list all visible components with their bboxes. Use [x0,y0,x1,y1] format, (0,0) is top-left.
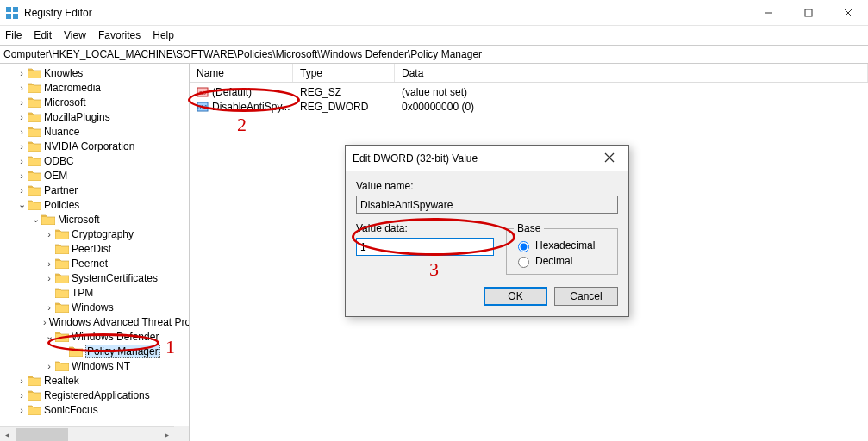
folder-icon [28,389,41,401]
chevron-right-icon[interactable]: › [16,97,28,108]
value-name: (Default) [212,86,252,98]
tree-hscrollbar[interactable]: ◂ ▸ [0,426,174,441]
menu-edit[interactable]: Edit [34,29,52,41]
chevron-right-icon[interactable]: › [16,390,28,401]
column-data[interactable]: Data [395,64,868,82]
tree-item[interactable]: ›ODBC [2,153,189,168]
tree-item-label: Policy Manager [85,345,160,358]
tree-item[interactable]: ⌄Windows Defender [2,329,189,344]
tree-item[interactable]: ›Peernet [2,256,189,270]
tree-item[interactable]: ›Knowles [2,65,189,80]
base-fieldset: Base Hexadecimal Decimal [506,222,618,275]
tree-item-label: Policies [44,199,79,211]
minimize-button[interactable] [749,0,789,25]
chevron-right-icon[interactable]: › [16,127,28,137]
chevron-right-icon[interactable]: › [43,361,55,371]
tree-item-label: Macromedia [44,82,101,94]
tree-item[interactable]: ›Nuance [2,124,189,139]
cancel-button[interactable]: Cancel [554,287,618,306]
scroll-thumb[interactable] [16,428,68,441]
tree-item-label: Windows NT [72,360,130,372]
dword-value-icon: 011 [197,101,209,113]
svg-rect-3 [13,14,18,19]
folder-icon [55,331,69,342]
svg-text:011: 011 [197,104,208,110]
tree-item-label: PeerDist [72,243,111,255]
menu-view[interactable]: View [64,29,86,41]
close-button[interactable] [828,0,868,25]
tree-item[interactable]: ·TPM [2,285,189,300]
scroll-corner [174,426,189,441]
tree-item[interactable]: ›SonicFocus [2,402,189,417]
tree-item[interactable]: ›Cryptography [2,227,189,241]
tree-item[interactable]: ›Partner [2,183,189,197]
chevron-right-icon[interactable]: › [16,112,28,122]
chevron-right-icon[interactable]: › [16,141,28,152]
chevron-down-icon[interactable]: ⌄ [43,331,55,342]
tree-item[interactable]: ›Realtek [2,373,189,388]
scroll-right-icon[interactable]: ▸ [159,427,174,442]
scroll-left-icon[interactable]: ◂ [0,427,15,442]
tree-item-label: Cryptography [72,228,134,240]
chevron-right-icon[interactable]: › [16,185,28,196]
svg-rect-5 [805,9,812,16]
tree-item[interactable]: ›SystemCertificates [2,270,189,285]
column-name[interactable]: Name [190,64,293,82]
tree-item[interactable]: ·Policy Manager [2,344,189,358]
chevron-right-icon[interactable]: › [43,229,55,239]
tree-item[interactable]: ›Microsoft [2,95,189,109]
chevron-right-icon[interactable]: › [16,156,28,166]
radio-dec[interactable] [518,257,529,268]
dialog-title-text: Edit DWORD (32-bit) Value [353,152,597,165]
folder-icon [69,345,83,357]
ok-button[interactable]: OK [484,287,547,306]
chevron-right-icon[interactable]: › [43,317,47,327]
chevron-right-icon[interactable]: › [43,258,55,269]
tree-item[interactable]: ›Windows NT [2,358,189,373]
chevron-right-icon[interactable]: › [16,83,28,93]
chevron-right-icon[interactable]: › [16,405,28,415]
tree-item[interactable]: ›OEM [2,168,189,183]
chevron-down-icon[interactable]: ⌄ [29,214,41,225]
window-controls [749,0,868,25]
address-bar[interactable]: Computer\HKEY_LOCAL_MACHINE\SOFTWARE\Pol… [0,45,868,64]
registry-tree[interactable]: ›Knowles›Macromedia›Microsoft›MozillaPlu… [0,64,189,419]
tree-item[interactable]: ›Macromedia [2,80,189,95]
tree-item[interactable]: ›RegisteredApplications [2,388,189,402]
list-row[interactable]: 011DisableAntiSpy...REG_DWORD0x00000000 … [190,99,868,114]
tree-item[interactable]: ⌄Policies [2,197,189,212]
value-name-field[interactable] [356,196,618,214]
tree-item-label: MozillaPlugins [44,111,110,123]
tree-item-label: SystemCertificates [72,272,158,284]
folder-icon [55,287,69,298]
tree-item[interactable]: ›MozillaPlugins [2,109,189,124]
window-title: Registry Editor [24,7,749,19]
list-row[interactable]: ab(Default)REG_SZ(value not set) [190,84,868,99]
tree-item[interactable]: ›Windows Advanced Threat Protection [2,314,189,329]
chevron-right-icon[interactable]: › [43,273,55,283]
menu-help[interactable]: Help [153,29,174,41]
chevron-right-icon[interactable]: › [43,302,55,313]
dialog-titlebar[interactable]: Edit DWORD (32-bit) Value [346,146,628,171]
tree-item-label: RegisteredApplications [44,389,150,401]
chevron-right-icon[interactable]: › [16,68,28,78]
value-data: (value not set) [395,86,868,98]
radio-hex[interactable] [518,241,529,252]
list-header: Name Type Data [190,64,868,83]
folder-icon [28,184,41,196]
chevron-right-icon[interactable]: › [16,376,28,386]
tree-item[interactable]: ·PeerDist [2,241,189,256]
chevron-right-icon[interactable]: › [16,171,28,181]
dialog-close-button[interactable] [597,152,621,165]
tree-item[interactable]: ›Windows [2,300,189,314]
maximize-button[interactable] [789,0,828,25]
tree-item-label: Microsoft [58,214,100,226]
value-data-field[interactable] [356,238,494,256]
tree-item[interactable]: ⌄Microsoft [2,212,189,227]
tree-item[interactable]: ›NVIDIA Corporation [2,139,189,153]
list-body[interactable]: ab(Default)REG_SZ(value not set)011Disab… [190,83,868,115]
menu-file[interactable]: File [5,29,22,41]
menu-favorites[interactable]: Favorites [98,29,141,41]
column-type[interactable]: Type [293,64,395,82]
chevron-down-icon[interactable]: ⌄ [16,199,28,210]
